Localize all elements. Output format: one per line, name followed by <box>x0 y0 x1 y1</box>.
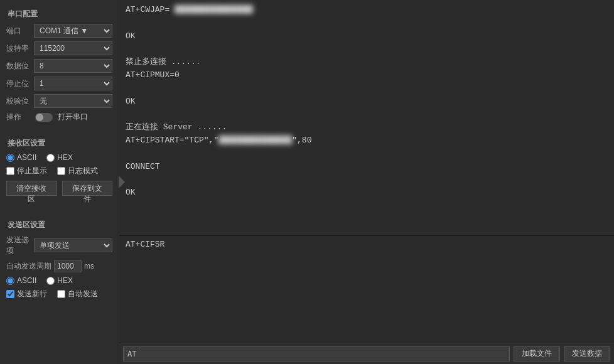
open-port-label: 打开串口 <box>58 112 88 122</box>
terminal-line-4: 禁止多连接 ...... <box>126 56 608 69</box>
terminal-line-9: 正在连接 Server ...... <box>126 121 608 134</box>
ascii-receive-radio[interactable]: ASCII <box>6 153 36 162</box>
stop-display-checkbox[interactable]: 停止显示 <box>6 166 47 176</box>
send-section: 发送区设置 发送选项 单项发送 自动发送周期 ms ASCII HEX <box>0 216 119 301</box>
terminal-line-0: AT+CWJAP= ████████████████ <box>126 4 608 17</box>
stopbits-select[interactable]: 1 <box>34 77 112 90</box>
command-input[interactable] <box>123 346 510 361</box>
hex-receive-radio[interactable]: HEX <box>46 153 73 162</box>
parity-row: 校验位 无 <box>0 92 119 110</box>
operation-label: 操作 <box>6 112 30 122</box>
terminal-line-connect: CONNECT <box>126 161 608 174</box>
terminal-line-3 <box>126 43 608 56</box>
receive-encoding-row: ASCII HEX <box>0 151 119 164</box>
terminal-line-2: OK <box>126 30 608 43</box>
parity-label: 校验位 <box>6 96 30 107</box>
period-unit: ms <box>84 262 94 270</box>
terminal-line-8 <box>126 108 608 121</box>
terminal-line-11 <box>126 147 608 161</box>
baudrate-row: 波特率 115200 <box>0 40 119 57</box>
send-option-select[interactable]: 单项发送 <box>34 238 112 252</box>
port-select[interactable]: COM1 通信 ▼ <box>34 24 112 38</box>
bottom-bar: 加载文件 发送数据 <box>119 343 614 364</box>
terminal-input[interactable]: AT+CIFSR <box>123 238 610 340</box>
operation-row: 操作 打开串口 <box>0 110 119 124</box>
terminal-output[interactable]: AT+CWJAP= ████████████████ OK 禁止多连接 ....… <box>119 0 614 236</box>
port-toggle[interactable] <box>35 113 53 122</box>
port-row: 端口 COM1 通信 ▼ <box>0 22 119 40</box>
log-mode-checkbox[interactable]: 日志模式 <box>57 166 98 176</box>
stopbits-label: 停止位 <box>6 78 30 89</box>
clear-receive-button[interactable]: 清空接收区 <box>6 181 57 196</box>
auto-period-input[interactable] <box>54 260 82 272</box>
send-option-label: 发送选项 <box>6 235 30 256</box>
hex-send-radio[interactable]: HEX <box>46 276 73 285</box>
auto-period-label: 自动发送周期 <box>6 261 51 272</box>
terminal-line-6 <box>126 82 608 95</box>
baudrate-label: 波特率 <box>6 43 30 54</box>
terminal-line-13 <box>126 173 608 186</box>
baudrate-select[interactable]: 115200 <box>34 41 112 55</box>
sidebar: 串口配置 端口 COM1 通信 ▼ 波特率 115200 数据位 8 停止位 1… <box>0 0 119 364</box>
terminal-line-ok: OK <box>126 186 608 200</box>
terminal-line-1 <box>126 17 608 30</box>
databits-row: 数据位 8 <box>0 57 119 75</box>
send-encoding-row: ASCII HEX <box>0 274 119 287</box>
stopbits-row: 停止位 1 <box>0 75 119 92</box>
send-data-button[interactable]: 发送数据 <box>564 346 610 361</box>
serial-config-title: 串口配置 <box>0 5 119 22</box>
auto-send-checkbox[interactable]: 自动发送 <box>57 289 98 299</box>
terminal-input-area: AT+CIFSR <box>119 236 614 343</box>
send-newline-checkbox[interactable]: 发送新行 <box>6 289 47 299</box>
receive-btn-row: 清空接收区 保存到文件 <box>0 178 119 198</box>
receive-options-row: 停止显示 日志模式 <box>0 164 119 178</box>
main-panel: AT+CWJAP= ████████████████ OK 禁止多连接 ....… <box>119 0 614 364</box>
terminal-line-7: OK <box>126 95 608 109</box>
databits-select[interactable]: 8 <box>34 59 112 73</box>
ascii-send-radio[interactable]: ASCII <box>6 276 36 285</box>
save-to-file-button[interactable]: 保存到文件 <box>62 181 113 196</box>
receive-config-title: 接收区设置 <box>0 134 119 151</box>
send-option-row: 发送选项 单项发送 <box>0 233 119 258</box>
send-options-row: 发送新行 自动发送 <box>0 287 119 301</box>
parity-select[interactable]: 无 <box>34 94 112 108</box>
terminal-line-5: AT+CIPMUX=0 <box>126 69 608 82</box>
port-label: 端口 <box>6 26 30 36</box>
terminal-line-10: AT+CIPSTART="TCP","███████████████",80 <box>126 134 608 147</box>
send-config-title: 发送区设置 <box>0 216 119 233</box>
load-file-button[interactable]: 加载文件 <box>514 346 560 361</box>
auto-period-row: 自动发送周期 ms <box>0 258 119 274</box>
databits-label: 数据位 <box>6 61 30 72</box>
